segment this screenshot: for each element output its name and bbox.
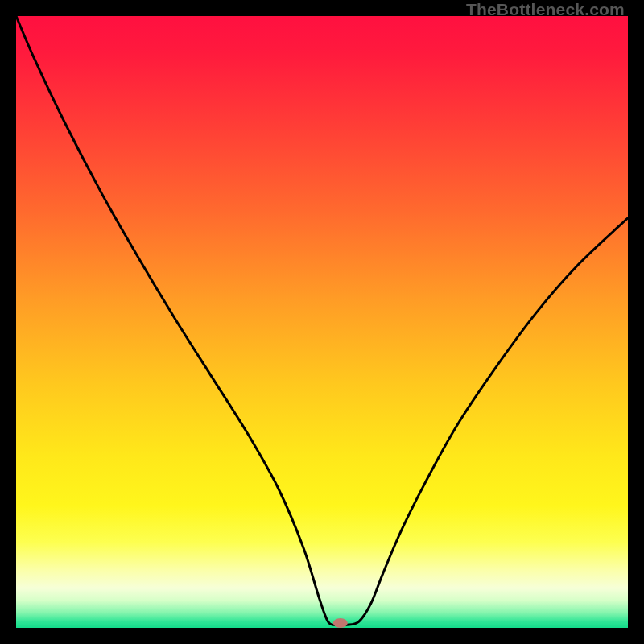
gradient-background xyxy=(16,16,628,628)
plot-area xyxy=(16,16,628,628)
chart-frame: TheBottleneck.com xyxy=(0,0,644,644)
chart-svg xyxy=(16,16,628,628)
watermark-text: TheBottleneck.com xyxy=(466,0,625,19)
minimum-marker xyxy=(333,618,348,628)
